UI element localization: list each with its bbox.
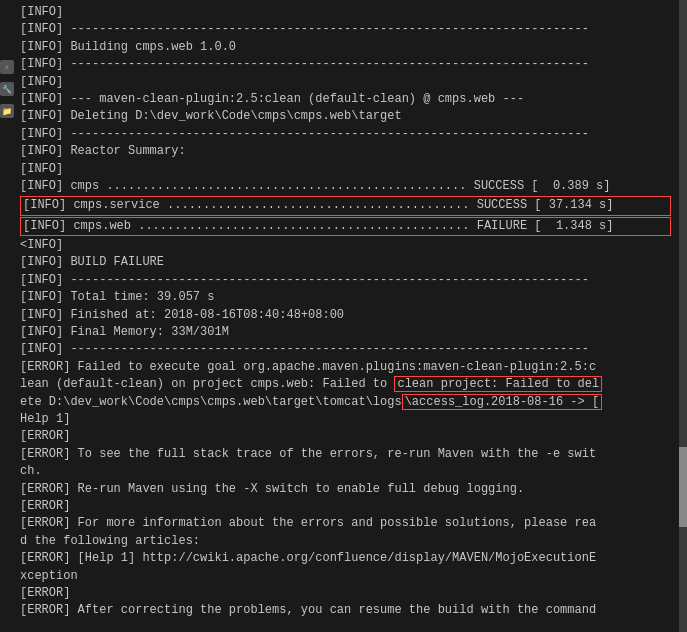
line-20: [INFO] ---------------------------------… [20, 341, 671, 358]
line-7: [INFO] Deleting D:\dev_work\Code\cmps\cm… [20, 108, 671, 125]
line-17: [INFO] Total time: 39.057 s [20, 289, 671, 306]
failure-bordered-line: [INFO] cmps.web ........................… [20, 217, 671, 236]
error-line-5: [ERROR] [20, 428, 671, 445]
error-line-6: [ERROR] To see the full stack trace of t… [20, 446, 671, 463]
error-line-9: [ERROR] [20, 498, 671, 515]
line-4: [INFO] ---------------------------------… [20, 56, 671, 73]
sidebar-icons: ⚡ 🔧 📁 [0, 60, 14, 118]
error-line-2: lean (default-clean) on project cmps.web… [20, 376, 671, 393]
error-line-8: [ERROR] Re-run Maven using the -X switch… [20, 481, 671, 498]
error-line-13: xception [20, 568, 671, 585]
line-6: [INFO] --- maven-clean-plugin:2.5:clean … [20, 91, 671, 108]
error-line-4: Help 1] [20, 411, 671, 428]
line-3: [INFO] Building cmps.web 1.0.0 [20, 39, 671, 56]
error-highlight-1: clean project: Failed to del [394, 376, 602, 392]
error-line-1: [ERROR] Failed to execute goal org.apach… [20, 359, 671, 376]
success-bordered-line: [INFO] cmps.service ....................… [20, 196, 671, 215]
line-2: [INFO] ---------------------------------… [20, 21, 671, 38]
line-15: [INFO] BUILD FAILURE [20, 254, 671, 271]
line-11: [INFO] cmps ............................… [20, 178, 671, 195]
sidebar-icon-2[interactable]: 🔧 [0, 82, 14, 96]
error-line-12: [ERROR] [Help 1] http://cwiki.apache.org… [20, 550, 671, 567]
line-1: [INFO] [20, 4, 671, 21]
line-12: [INFO] cmps.service ....................… [23, 197, 668, 214]
line-18: [INFO] Finished at: 2018-08-16T08:40:48+… [20, 307, 671, 324]
error-line-14: [ERROR] [20, 585, 671, 602]
terminal-window: ⚡ 🔧 📁 [INFO] [INFO] --------------------… [0, 0, 687, 632]
line-16: [INFO] ---------------------------------… [20, 272, 671, 289]
line-5: [INFO] [20, 74, 671, 91]
line-9: [INFO] Reactor Summary: [20, 143, 671, 160]
line-8: [INFO] ---------------------------------… [20, 126, 671, 143]
error-line-10: [ERROR] For more information about the e… [20, 515, 671, 532]
scrollbar-thumb[interactable] [679, 447, 687, 527]
sidebar-icon-1[interactable]: ⚡ [0, 60, 14, 74]
terminal-content: [INFO] [INFO] --------------------------… [20, 4, 671, 632]
line-19: [INFO] Final Memory: 33M/301M [20, 324, 671, 341]
error-highlight-2: \access_log.2018-08-16 -> [ [402, 394, 602, 410]
line-10: [INFO] [20, 161, 671, 178]
sidebar-icon-3[interactable]: 📁 [0, 104, 14, 118]
error-line-7: ch. [20, 463, 671, 480]
error-line-11: d the following articles: [20, 533, 671, 550]
scrollbar[interactable] [679, 0, 687, 632]
line-14: <INFO] [20, 237, 671, 254]
line-13: [INFO] cmps.web ........................… [23, 218, 668, 235]
error-line-16 [20, 620, 671, 632]
error-line-15: [ERROR] After correcting the problems, y… [20, 602, 671, 619]
error-line-3: ete D:\dev_work\Code\cmps\cmps.web\targe… [20, 394, 671, 411]
